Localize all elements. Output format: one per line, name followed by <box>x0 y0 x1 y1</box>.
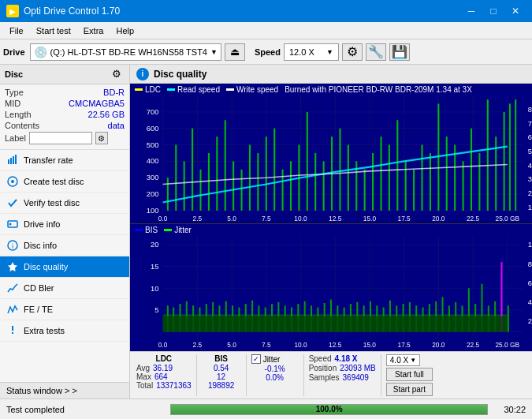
svg-text:3X: 3X <box>528 175 532 183</box>
cd-bler-label: CD Bler <box>24 283 54 293</box>
jitter-avg: -0.1% <box>251 365 299 373</box>
svg-rect-73 <box>380 137 381 211</box>
toolbar: Drive 💿 (Q:) HL-DT-ST BD-RE WH16NS58 TST… <box>0 39 532 65</box>
nav-transfer-rate[interactable]: Transfer rate <box>0 150 129 171</box>
speed-value: 12.0 X <box>289 47 314 57</box>
svg-rect-55 <box>233 161 234 211</box>
svg-text:i: i <box>12 242 13 250</box>
maximize-button[interactable]: □ <box>483 3 504 19</box>
svg-point-5 <box>11 180 14 183</box>
svg-text:0.0: 0.0 <box>158 341 168 349</box>
position-label: Position <box>309 364 337 372</box>
read-speed-legend-dot <box>167 88 175 91</box>
svg-rect-75 <box>396 120 398 211</box>
ldc-max: 664 <box>154 372 168 381</box>
svg-rect-74 <box>389 145 390 211</box>
svg-text:8%: 8% <box>528 259 532 267</box>
svg-rect-62 <box>290 161 292 211</box>
nav-verify-test-disc[interactable]: Verify test disc <box>0 193 129 214</box>
progress-text: 100.0% <box>171 405 487 414</box>
nav-disc-quality[interactable]: Disc quality <box>0 256 129 278</box>
minimize-button[interactable]: ─ <box>461 3 482 19</box>
mid-value: CMCMAGBA5 <box>69 99 125 108</box>
svg-marker-10 <box>8 262 17 271</box>
drive-selector[interactable]: 💿 (Q:) HL-DT-ST BD-RE WH16NS58 TST4 ▼ <box>30 43 221 61</box>
ldc-header: LDC <box>136 354 192 363</box>
create-test-disc-label: Create test disc <box>24 177 84 186</box>
svg-rect-81 <box>446 137 448 211</box>
status-text: Test completed <box>6 405 164 414</box>
upper-chart-svg: 700 600 500 400 300 200 100 8X 7X 6X 5X … <box>130 95 532 223</box>
speed-stat-label: Speed <box>309 354 332 363</box>
svg-text:5X: 5X <box>528 148 532 155</box>
nav-drive-info[interactable]: Drive info <box>0 214 129 235</box>
svg-rect-49 <box>184 161 185 211</box>
verify-test-disc-icon <box>6 196 19 209</box>
ldc-total: 13371363 <box>156 381 192 390</box>
menu-help[interactable]: Help <box>110 24 140 37</box>
svg-text:5.0: 5.0 <box>227 215 236 223</box>
svg-rect-57 <box>249 145 251 211</box>
disc-settings-icon[interactable]: ⚙ <box>112 68 125 80</box>
disc-info-label: Disc info <box>24 241 57 250</box>
svg-text:200: 200 <box>147 190 159 198</box>
svg-rect-72 <box>372 153 374 211</box>
fe-te-label: FE / TE <box>24 305 53 314</box>
nav-cd-bler[interactable]: CD Bler <box>0 278 129 299</box>
speed-selector[interactable]: 12.0 X ▼ <box>284 43 339 61</box>
jitter-checkbox[interactable]: ✓ <box>251 354 261 364</box>
menu-file[interactable]: File <box>3 24 30 37</box>
speed-dropdown-arrow: ▼ <box>410 357 416 364</box>
svg-text:2X: 2X <box>528 189 532 197</box>
drive-label: Drive <box>3 47 25 57</box>
nav-disc-info[interactable]: i Disc info <box>0 235 129 256</box>
upper-chart: 700 600 500 400 300 200 100 8X 7X 6X 5X … <box>130 95 532 224</box>
svg-rect-64 <box>307 112 308 211</box>
svg-text:1X: 1X <box>528 204 532 211</box>
verify-test-disc-label: Verify test disc <box>24 198 80 208</box>
time-text: 30:22 <box>494 405 526 414</box>
start-part-button[interactable]: Start part <box>386 383 433 396</box>
svg-text:20: 20 <box>151 240 158 249</box>
ldc-avg: 36.19 <box>153 364 173 372</box>
quality-header: i Disc quality <box>130 65 532 84</box>
nav-fe-te[interactable]: FE / TE <box>0 299 129 320</box>
eject-button[interactable]: ⏏ <box>225 43 245 61</box>
disc-quality-icon <box>6 260 19 273</box>
nav-create-test-disc[interactable]: Create test disc <box>0 171 129 193</box>
svg-rect-76 <box>405 161 407 211</box>
svg-text:7X: 7X <box>528 120 532 128</box>
total-label-ldc: Total <box>136 381 153 390</box>
menu-extra[interactable]: Extra <box>77 24 110 37</box>
nav-extra-tests[interactable]: Extra tests <box>0 320 129 342</box>
length-value: 22.56 GB <box>88 110 125 119</box>
status-window[interactable]: Status window > > <box>0 382 129 398</box>
status-window-label: Status window > > <box>6 386 77 395</box>
extra-tests-icon <box>6 324 19 337</box>
extra-tests-label: Extra tests <box>24 326 65 335</box>
toolbar-save[interactable]: 💾 <box>389 43 410 61</box>
label-input[interactable] <box>29 132 92 144</box>
svg-rect-69 <box>348 145 349 211</box>
drive-info-icon <box>6 218 19 230</box>
start-full-button[interactable]: Start full <box>386 368 433 381</box>
svg-text:10.0: 10.0 <box>294 341 307 349</box>
svg-text:25.0 GB: 25.0 GB <box>496 215 520 223</box>
svg-rect-79 <box>430 153 431 211</box>
close-button[interactable]: ✕ <box>505 3 526 19</box>
svg-rect-1 <box>10 158 12 164</box>
toolbar-icon-1[interactable]: ⚙ <box>342 43 363 61</box>
svg-rect-54 <box>225 120 226 211</box>
svg-rect-2 <box>13 156 14 164</box>
burned-with-label: Burned with PIONEER BD-RW BDR-209M 1.34 … <box>285 85 472 94</box>
disc-info-icon: i <box>6 239 19 252</box>
svg-text:2.5: 2.5 <box>193 215 203 223</box>
sidebar: Disc ⚙ Type BD-R MID CMCMAGBA5 Length 22… <box>0 65 130 398</box>
ldc-legend-label: LDC <box>145 85 161 94</box>
label-settings-btn[interactable]: ⚙ <box>95 132 108 144</box>
speed-dropdown[interactable]: 4.0 X ▼ <box>386 354 420 366</box>
write-speed-legend-dot <box>226 88 234 91</box>
toolbar-icon-2[interactable]: 🔧 <box>366 43 386 61</box>
menu-start-test[interactable]: Start test <box>30 24 77 37</box>
create-test-disc-icon <box>6 175 19 188</box>
